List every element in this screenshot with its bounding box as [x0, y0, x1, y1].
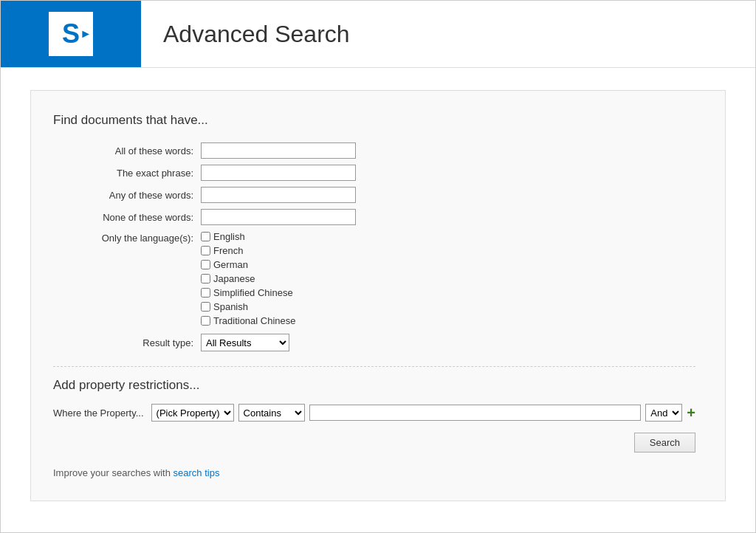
lang-label-french: French	[213, 245, 243, 256]
result-type-label: Result type:	[53, 337, 201, 348]
any-words-row: Any of these words:	[53, 187, 695, 203]
lang-label-german: German	[213, 259, 248, 270]
languages-section: Only the language(s): EnglishFrenchGerma…	[53, 231, 695, 326]
languages-list: EnglishFrenchGermanJapaneseSimplified Ch…	[201, 231, 296, 326]
exact-phrase-label: The exact phrase:	[53, 168, 201, 179]
lang-label-simplified-chinese: Simplified Chinese	[213, 287, 293, 298]
search-button[interactable]: Search	[634, 433, 695, 453]
logo-arrow-icon: ►	[80, 27, 92, 41]
condition-select[interactable]: Contains Equals Starts With	[238, 404, 305, 422]
list-item: Simplified Chinese	[201, 287, 296, 298]
where-property-label: Where the Property...	[53, 408, 144, 419]
property-restrictions-title: Add property restrictions...	[53, 378, 695, 393]
exact-phrase-row: The exact phrase:	[53, 165, 695, 181]
lang-label-traditional-chinese: Traditional Chinese	[213, 315, 296, 326]
list-item: German	[201, 259, 296, 270]
add-icon: +	[687, 405, 695, 422]
lang-checkbox-japanese[interactable]	[201, 274, 210, 283]
lang-checkbox-simplified-chinese[interactable]	[201, 288, 210, 298]
lang-checkbox-german[interactable]	[201, 260, 210, 269]
all-words-input[interactable]	[201, 142, 356, 159]
all-words-row: All of these words:	[53, 142, 695, 159]
result-type-select[interactable]: All ResultsDocumentsSharePoint SitesPeop…	[201, 334, 289, 351]
footer-text: Improve your searches with search tips	[53, 467, 695, 478]
list-item: French	[201, 245, 296, 256]
page-title: Advanced Search	[141, 21, 372, 48]
lang-checkbox-traditional-chinese[interactable]	[201, 316, 210, 326]
main-content: Find documents that have... All of these…	[1, 68, 755, 516]
lang-label-spanish: Spanish	[213, 301, 248, 312]
logo-s-letter: S	[62, 21, 80, 47]
result-type-row: Result type: All ResultsDocumentsSharePo…	[53, 334, 695, 351]
property-row: Where the Property... (Pick Property) Co…	[53, 404, 695, 422]
add-property-button[interactable]: +	[687, 405, 695, 422]
list-item: English	[201, 231, 296, 242]
list-item: Spanish	[201, 301, 296, 312]
any-words-input[interactable]	[201, 187, 356, 203]
pick-property-select[interactable]: (Pick Property)	[151, 404, 234, 422]
logo-box: S ►	[1, 1, 141, 67]
search-button-row: Search	[53, 433, 695, 453]
list-item: Traditional Chinese	[201, 315, 296, 326]
sharepoint-logo: S ►	[49, 12, 93, 56]
footer-label: Improve your searches with	[53, 467, 173, 478]
search-tips-link[interactable]: search tips	[173, 467, 220, 478]
exact-phrase-input[interactable]	[201, 165, 356, 181]
section-divider	[53, 366, 695, 367]
lang-checkbox-french[interactable]	[201, 246, 210, 255]
none-words-row: None of these words:	[53, 209, 695, 225]
lang-label-japanese: Japanese	[213, 273, 255, 284]
languages-label: Only the language(s):	[53, 231, 201, 244]
lang-label-english: English	[213, 231, 245, 242]
lang-checkbox-spanish[interactable]	[201, 302, 210, 312]
page-header: S ► Advanced Search	[1, 1, 755, 68]
find-docs-title: Find documents that have...	[53, 113, 695, 128]
lang-checkbox-english[interactable]	[201, 232, 210, 241]
and-or-select[interactable]: And Or	[645, 404, 682, 422]
property-value-input[interactable]	[309, 405, 642, 421]
all-words-label: All of these words:	[53, 145, 201, 157]
search-panel: Find documents that have... All of these…	[30, 90, 726, 501]
list-item: Japanese	[201, 273, 296, 284]
any-words-label: Any of these words:	[53, 190, 201, 201]
none-words-input[interactable]	[201, 209, 356, 225]
none-words-label: None of these words:	[53, 212, 201, 223]
